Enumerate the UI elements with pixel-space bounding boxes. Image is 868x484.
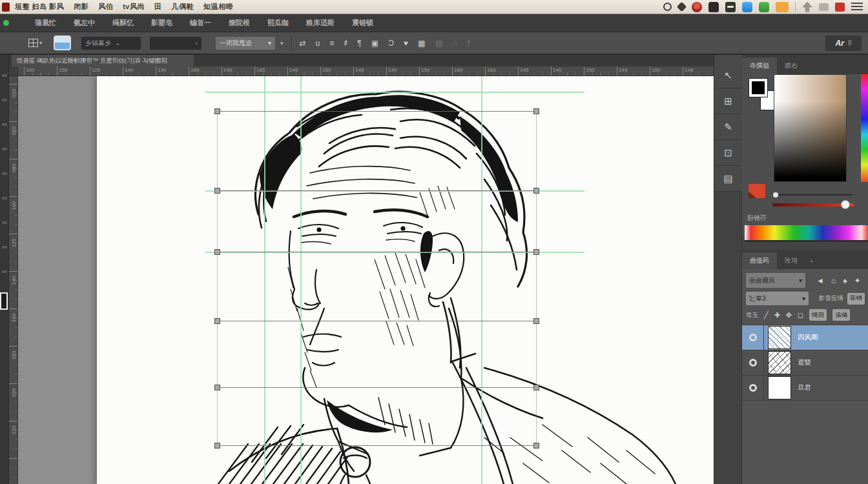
os-menu-item[interactable]: 垣整 妇岛 影风	[15, 2, 64, 12]
slider-knob[interactable]	[841, 200, 850, 209]
paragraph-icon[interactable]: ¶	[357, 39, 361, 48]
layer-thumbnail[interactable]	[768, 326, 791, 349]
tool-icon[interactable]	[2, 221, 7, 224]
home-filter-icon[interactable]: ⌂	[831, 276, 836, 285]
warp-icon[interactable]: ⇄	[300, 39, 306, 48]
filter-pin-icon[interactable]: ◄	[816, 276, 824, 285]
tab-paths[interactable]: ▪	[805, 252, 818, 269]
blend-mode-dropdown[interactable]: 辷草3 ▾	[746, 292, 809, 305]
opacity-value[interactable]: 菲锝	[847, 293, 865, 305]
menu-lines-icon[interactable]	[851, 3, 863, 11]
app-menu-item[interactable]: 氨左中	[74, 18, 95, 28]
red-square-icon[interactable]	[835, 3, 845, 12]
tool-icon[interactable]	[2, 123, 7, 126]
slider-red[interactable]	[772, 203, 854, 207]
foreground-color-swatch[interactable]	[749, 79, 767, 97]
bag-icon[interactable]	[708, 2, 719, 12]
app-menu-item[interactable]: 影塑皂	[151, 18, 172, 28]
card-icon[interactable]	[819, 3, 829, 11]
active-tool-thumbnail[interactable]	[54, 35, 71, 50]
frame-icon[interactable]: ▤	[714, 166, 742, 192]
os-menu-item[interactable]: 风伯	[98, 2, 113, 12]
layer-filter-dropdown[interactable]: 画龠藏焉 ▾	[746, 273, 805, 288]
selector-icon[interactable]: ↖	[714, 63, 742, 88]
red-dot-icon[interactable]	[692, 2, 702, 12]
tool-icon[interactable]	[2, 270, 7, 273]
pen-icon[interactable]: ✎	[714, 114, 742, 140]
document-tab[interactable]: 悟昼笙 喝趴热以近睡帜腰帘™ 亘蜜剂估(习)百 与键圈宛	[12, 55, 194, 66]
grid-icon[interactable]: ▦	[418, 39, 425, 48]
app-menu-item[interactable]: 熙瓜咖	[267, 18, 289, 28]
app-menu-item[interactable]: 震链锁	[352, 18, 373, 28]
tab-swatches[interactable]: 膜右	[777, 57, 805, 74]
tab-layers[interactable]: 曲值药	[742, 252, 777, 269]
tool-preset-icon[interactable]	[28, 39, 38, 47]
kind-filter-icon[interactable]: ♠	[843, 276, 847, 285]
chevron-down-icon[interactable]: ⌄	[115, 39, 120, 46]
lock-all-icon[interactable]: ◻	[798, 311, 803, 319]
lock-pixels-icon[interactable]: ╱	[764, 311, 769, 319]
effect-filter-icon[interactable]: ✦	[854, 276, 861, 285]
slider-dot[interactable]	[773, 192, 778, 197]
tool-icon[interactable]	[2, 246, 7, 248]
app-menu-item[interactable]: 蝙首一	[190, 18, 211, 28]
apple-app-icon[interactable]	[2, 3, 10, 12]
panel-toggle-icon[interactable]: ▣	[371, 39, 378, 48]
baseline-icon[interactable]: u	[316, 39, 320, 48]
option-dropdown[interactable]: 一闭我甩迫 ▾	[216, 37, 275, 50]
visibility-toggle[interactable]	[742, 325, 764, 350]
rotate-icon[interactable]: Ɔ	[388, 39, 394, 48]
os-menu-item[interactable]: 闭影	[74, 2, 88, 12]
layer-thumbnail[interactable]	[768, 351, 791, 374]
tool-icon[interactable]	[2, 197, 7, 199]
fill-value-box[interactable]: 温储	[832, 309, 850, 321]
tool-icon[interactable]	[2, 74, 7, 77]
saturation-field[interactable]	[774, 74, 847, 182]
tool-icon[interactable]	[2, 99, 7, 101]
visibility-toggle[interactable]	[742, 350, 764, 375]
green-app-icon[interactable]	[759, 2, 769, 12]
app-menu-item[interactable]: 燎院根	[229, 18, 250, 28]
divider-icon[interactable]	[795, 2, 796, 12]
workspace-switcher[interactable]: Ar 8	[825, 35, 862, 51]
app-menu-item[interactable]: 绳酥忆	[112, 18, 134, 28]
app-menu-item[interactable]: 粮库适斯	[306, 18, 335, 28]
orange-app-icon[interactable]	[776, 2, 789, 12]
align-icon[interactable]: ≡	[329, 39, 334, 48]
color-spectrum-bar[interactable]	[745, 225, 868, 242]
distribute-icon[interactable]: ҂	[344, 39, 347, 48]
smooth-icon[interactable]: ♥	[404, 39, 408, 48]
os-menu-item[interactable]: 几偶鞋	[171, 2, 194, 12]
visibility-toggle[interactable]	[742, 376, 764, 400]
hue-strip[interactable]	[861, 74, 868, 182]
option-field-1[interactable]: 乡镇暮乡 ⌄	[81, 37, 141, 50]
layer-row[interactable]: 遮暨	[742, 350, 868, 376]
os-menu-item[interactable]: tv风尚	[123, 2, 145, 12]
lock-position-icon[interactable]: ✚	[774, 311, 780, 319]
lock-move-icon[interactable]: ✥	[786, 311, 792, 319]
wallet-icon[interactable]	[725, 2, 736, 12]
layer-row[interactable]: 旦君	[742, 376, 868, 401]
export-icon[interactable]: ⊡	[714, 140, 742, 166]
blue-app-icon[interactable]	[742, 2, 752, 12]
artboard-icon[interactable]: ⊞	[714, 88, 742, 114]
layer-row[interactable]: 四风阁	[742, 325, 868, 350]
os-menu-item[interactable]: 田	[154, 2, 162, 12]
os-menu-item[interactable]: 知温相啼	[203, 2, 233, 12]
tab-channels[interactable]: 玫培	[777, 252, 805, 269]
up-arrow-icon[interactable]	[802, 2, 812, 12]
slider-secondary[interactable]	[774, 194, 852, 196]
diamond-icon[interactable]	[677, 2, 687, 12]
current-color-swatch[interactable]	[749, 184, 765, 198]
layer-thumbnail[interactable]	[768, 376, 791, 399]
fill-label-box[interactable]: 绳田	[809, 309, 827, 321]
chevron-down-icon[interactable]: ▾	[280, 40, 284, 46]
tools-strip[interactable]	[0, 55, 9, 484]
chevron-left-icon[interactable]: ‹	[196, 39, 198, 46]
tool-icon[interactable]	[2, 148, 7, 150]
tool-icon[interactable]	[2, 172, 7, 175]
option-field-2[interactable]: ‹	[150, 37, 202, 50]
app-menu-item[interactable]: 蒲凰忙	[35, 18, 56, 28]
ring-icon[interactable]	[663, 3, 672, 11]
tool-preset-caret-icon[interactable]: ▾	[39, 40, 42, 46]
